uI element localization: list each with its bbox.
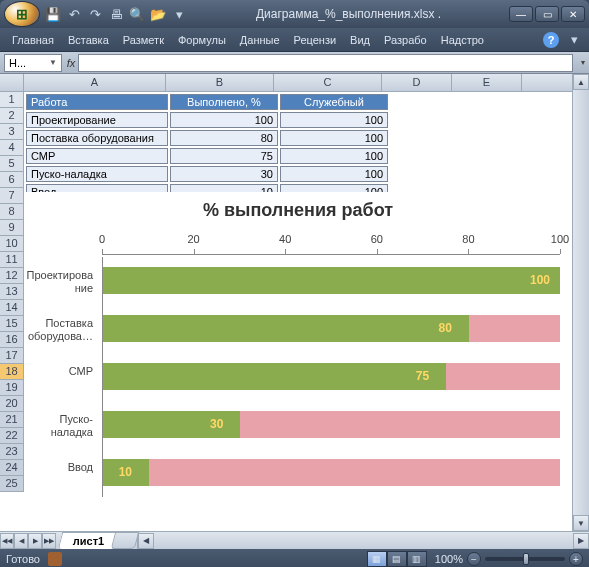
scroll-down-icon[interactable]: ▼ <box>573 515 589 531</box>
maximize-button[interactable]: ▭ <box>535 6 559 22</box>
open-icon[interactable]: 📂 <box>149 5 167 23</box>
tab-home[interactable]: Главная <box>6 32 60 48</box>
ribbon-min-icon[interactable]: ▾ <box>565 31 583 49</box>
chart[interactable]: % выполнения работ 020406080100 100Проек… <box>24 192 572 531</box>
th-svc[interactable]: Служебный <box>280 94 388 110</box>
row-header[interactable]: 6 <box>0 172 23 188</box>
select-all-corner[interactable] <box>0 74 24 92</box>
row-header[interactable]: 7 <box>0 188 23 204</box>
zoom-in-button[interactable]: + <box>569 552 583 566</box>
tab-nav-next-icon[interactable]: ▶ <box>28 533 42 549</box>
formula-expand-icon[interactable]: ▾ <box>577 58 589 67</box>
minimize-button[interactable]: — <box>509 6 533 22</box>
th-pct[interactable]: Выполнено, % <box>170 94 278 110</box>
row-header[interactable]: 11 <box>0 252 23 268</box>
tab-view[interactable]: Вид <box>344 32 376 48</box>
scroll-up-icon[interactable]: ▲ <box>573 74 589 90</box>
cell-pct[interactable]: 80 <box>170 130 278 146</box>
row-header[interactable]: 13 <box>0 284 23 300</box>
worksheet-area: 1234567891011121314151617181920212223242… <box>0 74 589 531</box>
scroll-right-icon[interactable]: ▶ <box>573 533 589 549</box>
row-header[interactable]: 1 <box>0 92 23 108</box>
cell-svc[interactable]: 100 <box>280 166 388 182</box>
row-header[interactable]: 20 <box>0 396 23 412</box>
row-header[interactable]: 5 <box>0 156 23 172</box>
macro-record-icon[interactable] <box>48 552 62 566</box>
office-button[interactable]: ⊞ <box>4 1 40 27</box>
cell-name[interactable]: Проектирование <box>26 112 168 128</box>
tab-layout[interactable]: Разметк <box>117 32 170 48</box>
cell-name[interactable]: Поставка оборудования <box>26 130 168 146</box>
row-header[interactable]: 19 <box>0 380 23 396</box>
col-header-A[interactable]: A <box>24 74 166 91</box>
col-header-D[interactable]: D <box>382 74 452 91</box>
th-work[interactable]: Работа <box>26 94 168 110</box>
view-layout-icon[interactable]: ▤ <box>387 551 407 567</box>
view-break-icon[interactable]: ▥ <box>407 551 427 567</box>
help-icon[interactable]: ? <box>543 32 559 48</box>
col-header-E[interactable]: E <box>452 74 522 91</box>
save-icon[interactable]: 💾 <box>44 5 62 23</box>
cell-pct[interactable]: 75 <box>170 148 278 164</box>
cell-svc[interactable]: 100 <box>280 148 388 164</box>
tab-data[interactable]: Данные <box>234 32 286 48</box>
name-box-dropdown-icon[interactable]: ▼ <box>49 58 57 67</box>
row-header[interactable]: 24 <box>0 460 23 476</box>
zoom-out-button[interactable]: − <box>467 552 481 566</box>
zoom-thumb[interactable] <box>523 553 529 565</box>
row-header[interactable]: 10 <box>0 236 23 252</box>
qat-more-icon[interactable]: ▾ <box>170 5 188 23</box>
sheet-tab[interactable]: лист1 <box>58 532 120 549</box>
row-header[interactable]: 3 <box>0 124 23 140</box>
tab-addins[interactable]: Надстро <box>435 32 490 48</box>
vertical-scrollbar[interactable]: ▲ ▼ <box>572 74 589 531</box>
zoom-percent[interactable]: 100% <box>435 553 463 565</box>
row-header[interactable]: 14 <box>0 300 23 316</box>
col-header-C[interactable]: C <box>274 74 382 91</box>
tab-nav-prev-icon[interactable]: ◀ <box>14 533 28 549</box>
row-header[interactable]: 16 <box>0 332 23 348</box>
x-tick-label: 60 <box>371 233 383 245</box>
row-header[interactable]: 17 <box>0 348 23 364</box>
row-header[interactable]: 9 <box>0 220 23 236</box>
undo-icon[interactable]: ↶ <box>65 5 83 23</box>
cell-pct[interactable]: 30 <box>170 166 278 182</box>
col-header-B[interactable]: B <box>166 74 274 91</box>
zoom-slider[interactable] <box>485 557 565 561</box>
fx-icon[interactable]: fx <box>64 57 78 69</box>
preview-icon[interactable]: 🔍 <box>128 5 146 23</box>
scroll-left-icon[interactable]: ◀ <box>138 533 154 549</box>
row-header[interactable]: 8 <box>0 204 23 220</box>
tab-developer[interactable]: Разрабо <box>378 32 433 48</box>
row-header[interactable]: 12 <box>0 268 23 284</box>
quick-access-toolbar: 💾 ↶ ↷ 🖶 🔍 📂 ▾ <box>44 5 188 23</box>
tab-insert[interactable]: Вставка <box>62 32 115 48</box>
cell-name[interactable]: СМР <box>26 148 168 164</box>
tab-nav-first-icon[interactable]: ◀◀ <box>0 533 14 549</box>
tab-review[interactable]: Рецензи <box>288 32 343 48</box>
name-box[interactable]: Н... ▼ <box>4 54 62 72</box>
close-button[interactable]: ✕ <box>561 6 585 22</box>
cell-svc[interactable]: 100 <box>280 112 388 128</box>
new-sheet-tab[interactable] <box>111 532 140 549</box>
row-header[interactable]: 18 <box>0 364 23 380</box>
view-normal-icon[interactable]: ▦ <box>367 551 387 567</box>
sheet-tab-label: лист1 <box>73 533 104 549</box>
row-header[interactable]: 25 <box>0 476 23 492</box>
row-header[interactable]: 23 <box>0 444 23 460</box>
print-icon[interactable]: 🖶 <box>107 5 125 23</box>
tab-nav-last-icon[interactable]: ▶▶ <box>42 533 56 549</box>
cell-pct[interactable]: 100 <box>170 112 278 128</box>
row-header[interactable]: 21 <box>0 412 23 428</box>
row-header[interactable]: 2 <box>0 108 23 124</box>
horizontal-scrollbar[interactable]: ◀ ▶ <box>137 532 589 549</box>
tab-formulas[interactable]: Формулы <box>172 32 232 48</box>
row-header[interactable]: 15 <box>0 316 23 332</box>
row-header[interactable]: 22 <box>0 428 23 444</box>
cell-grid[interactable]: Работа Выполнено, % Служебный Проектиров… <box>24 92 572 531</box>
cell-name[interactable]: Пуско-наладка <box>26 166 168 182</box>
redo-icon[interactable]: ↷ <box>86 5 104 23</box>
cell-svc[interactable]: 100 <box>280 130 388 146</box>
row-header[interactable]: 4 <box>0 140 23 156</box>
formula-input[interactable] <box>78 54 573 72</box>
